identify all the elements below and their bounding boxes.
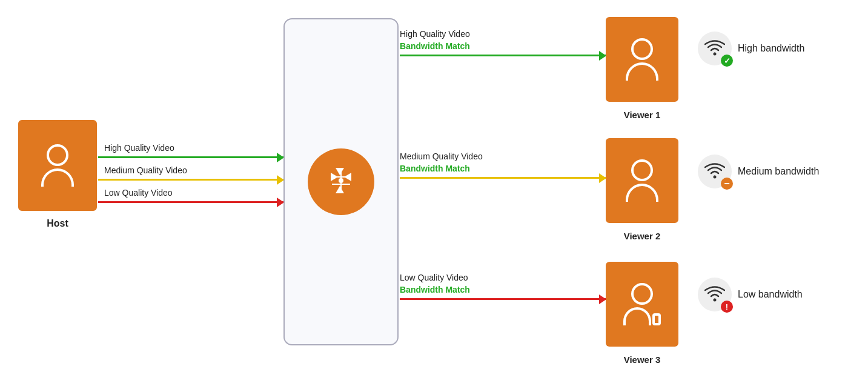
arrow-host-low-label: Low Quality Video bbox=[104, 188, 173, 198]
wifi-low-badge: ! bbox=[721, 301, 733, 313]
svg-marker-3 bbox=[336, 186, 344, 193]
host-label: Host bbox=[47, 218, 68, 229]
svg-marker-2 bbox=[336, 168, 344, 175]
viewer2-label: Viewer 2 bbox=[624, 231, 661, 241]
bandwidth-viewer3: ! Low bandwidth bbox=[698, 278, 803, 311]
arrow-sfu-v2-quality: Medium Quality Video bbox=[400, 151, 483, 161]
viewer3-block: Viewer 3 bbox=[606, 262, 678, 347]
svg-point-10 bbox=[714, 299, 717, 302]
viewer3-person-icon bbox=[623, 283, 661, 325]
arrow-sfu-v1-quality: High Quality Video bbox=[400, 29, 470, 39]
viewer1-person-icon bbox=[626, 38, 658, 81]
wifi-high-icon: ✓ bbox=[698, 32, 732, 65]
high-bandwidth-label: High bandwidth bbox=[738, 43, 804, 54]
diagram: Host High Quality Video Medium Quality V… bbox=[0, 0, 868, 366]
low-bandwidth-label: Low bandwidth bbox=[738, 289, 803, 300]
bandwidth-viewer1: ✓ High bandwidth bbox=[698, 32, 804, 65]
arrow-sfu-v1-match: Bandwidth Match bbox=[400, 41, 470, 51]
arrow-host-medium-label: Medium Quality Video bbox=[104, 165, 187, 175]
host-block: Host bbox=[18, 120, 97, 211]
svg-point-8 bbox=[714, 53, 717, 56]
viewer2-person-icon bbox=[626, 159, 658, 202]
svg-point-9 bbox=[714, 176, 717, 179]
bandwidth-viewer2: − Medium bandwidth bbox=[698, 155, 819, 188]
wifi-medium-badge: − bbox=[721, 178, 733, 190]
wifi-medium-icon: − bbox=[698, 155, 732, 188]
arrow-sfu-v3-match: Bandwidth Match bbox=[400, 285, 470, 294]
wifi-low-icon: ! bbox=[698, 278, 732, 311]
arrow-sfu-v2-match: Bandwidth Match bbox=[400, 164, 470, 173]
medium-bandwidth-label: Medium bandwidth bbox=[738, 166, 819, 177]
viewer1-label: Viewer 1 bbox=[624, 110, 661, 120]
host-person-icon bbox=[41, 144, 74, 187]
viewer1-block: Viewer 1 bbox=[606, 17, 678, 102]
sfu-block bbox=[283, 18, 399, 345]
wifi-high-badge: ✓ bbox=[721, 55, 733, 67]
sfu-circle bbox=[308, 148, 374, 215]
sfu-icon bbox=[320, 159, 362, 204]
arrow-host-high-label: High Quality Video bbox=[104, 143, 174, 153]
viewer3-label: Viewer 3 bbox=[624, 354, 661, 365]
arrow-sfu-v3-quality: Low Quality Video bbox=[400, 273, 468, 282]
viewer2-block: Viewer 2 bbox=[606, 138, 678, 223]
